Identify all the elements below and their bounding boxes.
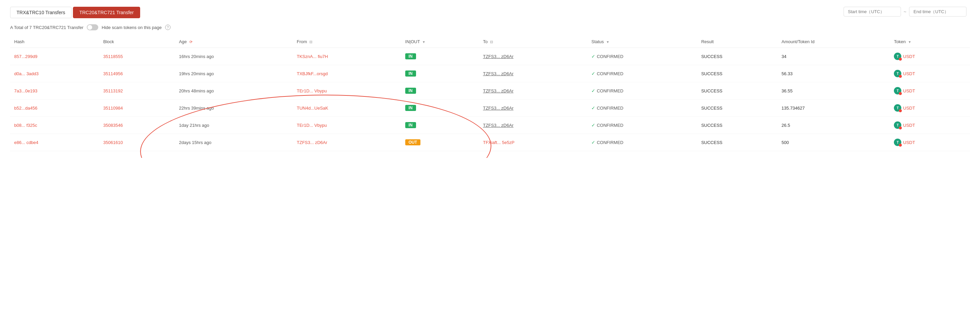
col-token[interactable]: Token ▼ [890, 36, 970, 48]
amount-cell: 500 [777, 134, 890, 151]
block-link[interactable]: 35110984 [103, 106, 123, 111]
block-link[interactable]: 35113192 [103, 89, 123, 93]
direction-badge: IN [405, 53, 416, 59]
table-row: 7a3...0e193 35113192 20hrs 48mins ago TE… [10, 82, 970, 100]
status-text: CONFIRMED [597, 140, 624, 145]
to-cell[interactable]: TFXiaft... 5e5zP [479, 134, 587, 151]
from-cell[interactable]: TEr1D... Vbypu [293, 117, 401, 134]
direction-cell: IN [401, 48, 479, 65]
col-amount: Amount/Token Id [777, 36, 890, 48]
status-text: CONFIRMED [597, 71, 624, 76]
token-sort-icon: ▼ [908, 40, 912, 44]
token-link[interactable]: USDT [903, 71, 915, 76]
direction-cell: IN [401, 82, 479, 100]
token-cell[interactable]: T USDT [890, 48, 970, 65]
to-cell[interactable]: TZFS3... zD6Ar [479, 82, 587, 100]
hash-link[interactable]: 857...299d9 [14, 54, 38, 59]
to-filter-icon: ⊟ [490, 40, 493, 44]
to-cell[interactable]: TZFS3... zD6Ar [479, 48, 587, 65]
token-link[interactable]: USDT [903, 140, 915, 145]
from-cell[interactable]: TEr1D... Vbypu [293, 82, 401, 100]
token-logo: T [894, 52, 901, 60]
col-block: Block [99, 36, 175, 48]
from-cell[interactable]: TUN4d...UeSaK [293, 100, 401, 117]
status-text: CONFIRMED [597, 89, 624, 93]
hash-link[interactable]: b52...da456 [14, 106, 38, 111]
token-cell[interactable]: T USDT [890, 134, 970, 151]
status-cell: ✓ CONFIRMED [587, 134, 697, 151]
to-cell[interactable]: TZFS3... zD6Ar [479, 100, 587, 117]
col-hash: Hash [10, 36, 99, 48]
table-row: e86... cdbe4 35061610 2days 15hrs ago TZ… [10, 134, 970, 151]
start-time-input[interactable] [843, 7, 901, 16]
hash-link[interactable]: d0a... 3add3 [14, 71, 38, 76]
result-cell: SUCCESS [697, 134, 777, 151]
check-icon: ✓ [591, 122, 595, 128]
hash-link[interactable]: 7a3...0e193 [14, 89, 38, 93]
col-from[interactable]: From ⊟ [293, 36, 401, 48]
status-text: CONFIRMED [597, 106, 624, 111]
tab-trc20-trc721[interactable]: TRC20&TRC721 Transfer [73, 7, 140, 18]
result-cell: SUCCESS [697, 65, 777, 82]
summary-row: A Total of 7 TRC20&TRC721 Transfer Hide … [10, 24, 970, 30]
col-age[interactable]: Age ⟳ [175, 36, 293, 48]
from-cell[interactable]: TKSznA... fiu7H [293, 48, 401, 65]
block-link[interactable]: 35083546 [103, 123, 123, 128]
token-cell[interactable]: T USDT [890, 65, 970, 82]
direction-cell: IN [401, 100, 479, 117]
status-sort-icon: ▼ [606, 40, 609, 44]
hide-scam-label: Hide scam tokens on this page [102, 25, 162, 30]
token-logo: T [894, 87, 901, 95]
tab-bar: TRX&TRC10 Transfers TRC20&TRC721 Transfe… [10, 7, 970, 18]
block-link[interactable]: 35061610 [103, 140, 123, 145]
amount-cell: 26.5 [777, 117, 890, 134]
summary-text: A Total of 7 TRC20&TRC721 Transfer [10, 25, 83, 30]
hash-link[interactable]: b08... f325c [14, 123, 37, 128]
time-filter-bar: ~ [843, 7, 966, 16]
result-cell: SUCCESS [697, 117, 777, 134]
check-icon: ✓ [591, 88, 595, 93]
to-cell[interactable]: TZFS3... zD6Ar [479, 65, 587, 82]
time-separator: ~ [904, 9, 906, 14]
from-cell[interactable]: TZFS3... zD6Ar [293, 134, 401, 151]
direction-badge: IN [405, 105, 416, 111]
table-row: b52...da456 35110984 22hrs 39mins ago TU… [10, 100, 970, 117]
age-cell: 22hrs 39mins ago [175, 100, 293, 117]
help-icon[interactable]: ? [165, 25, 170, 30]
token-cell[interactable]: T USDT [890, 100, 970, 117]
tab-trx-trc10[interactable]: TRX&TRC10 Transfers [10, 7, 72, 18]
col-to[interactable]: To ⊟ [479, 36, 587, 48]
col-in-out[interactable]: IN|OUT ▼ [401, 36, 479, 48]
to-cell[interactable]: TZFS3... zD6Ar [479, 117, 587, 134]
check-icon: ✓ [591, 71, 595, 76]
amount-cell: 36.55 [777, 82, 890, 100]
block-link[interactable]: 35118555 [103, 54, 123, 59]
hide-scam-toggle[interactable] [87, 24, 98, 30]
result-cell: SUCCESS [697, 100, 777, 117]
age-cell: 2days 15hrs ago [175, 134, 293, 151]
token-link[interactable]: USDT [903, 54, 915, 59]
token-cell[interactable]: T USDT [890, 82, 970, 100]
token-cell[interactable]: T USDT [890, 117, 970, 134]
from-cell[interactable]: TXBJfkF...orsgd [293, 65, 401, 82]
transfers-table: Hash Block Age ⟳ From ⊟ IN|OUT ▼ [10, 36, 970, 151]
status-cell: ✓ CONFIRMED [587, 82, 697, 100]
direction-cell: IN [401, 117, 479, 134]
token-link[interactable]: USDT [903, 106, 915, 111]
token-link[interactable]: USDT [903, 123, 915, 128]
status-cell: ✓ CONFIRMED [587, 100, 697, 117]
age-sort-icon: ⟳ [189, 40, 192, 44]
token-logo: T [894, 122, 901, 129]
age-cell: 19hrs 20mins ago [175, 65, 293, 82]
token-link[interactable]: USDT [903, 89, 915, 93]
age-cell: 16hrs 20mins ago [175, 48, 293, 65]
result-cell: SUCCESS [697, 82, 777, 100]
end-time-input[interactable] [909, 7, 966, 16]
token-logo: T [894, 104, 901, 112]
from-filter-icon: ⊟ [309, 40, 312, 44]
col-status[interactable]: Status ▼ [587, 36, 697, 48]
hash-link[interactable]: e86... cdbe4 [14, 140, 38, 145]
table-row: b08... f325c 35083546 1day 21hrs ago TEr… [10, 117, 970, 134]
block-link[interactable]: 35114956 [103, 71, 123, 76]
result-cell: SUCCESS [697, 48, 777, 65]
